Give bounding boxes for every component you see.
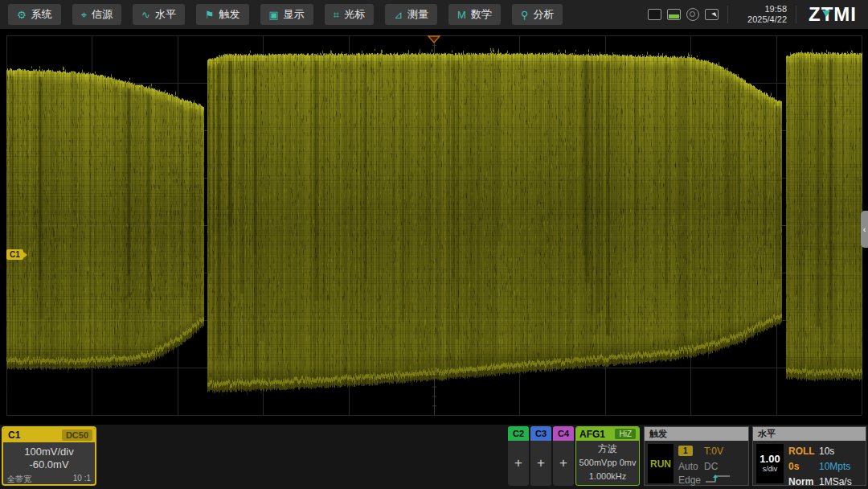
channel-c1-scale: 100mV/div — [3, 446, 95, 458]
horizontal-row-1: ROLL10s — [788, 443, 863, 458]
menu-button-1[interactable]: ⚙系统 — [8, 4, 61, 25]
mouse-status-icon — [686, 8, 699, 21]
menu-button-9[interactable]: ⚲分析 — [512, 4, 563, 25]
channel-c1-header: C1 DC50 — [3, 428, 95, 442]
trigger-panel-title: 触发 — [645, 427, 748, 441]
channel-c1-label: C1 — [3, 429, 62, 441]
afg1-label: AFG1 — [579, 429, 612, 440]
date-label: 2025/4/22 — [737, 14, 787, 25]
channel-c1-footer: 全带宽 10 :1 — [3, 474, 95, 485]
channel-c3-box[interactable]: C3+ — [530, 426, 551, 486]
horizontal-left-value: 0s — [788, 461, 819, 472]
channel-c1-offset: -60.0mV — [3, 458, 95, 471]
brand-logo: ZTMI — [805, 0, 860, 29]
menu-button-label: 系统 — [31, 7, 52, 22]
menu-button-label: 分析 — [533, 7, 554, 22]
menu-button-6[interactable]: ⌗光标 — [325, 4, 374, 25]
source-icon: ⌖ — [81, 10, 87, 20]
display-icon: ▣ — [269, 10, 279, 20]
menu-button-2[interactable]: ⌖信源 — [72, 4, 121, 25]
channel-c2-box[interactable]: C2+ — [508, 426, 529, 486]
divider — [796, 6, 796, 23]
channel-label: C3 — [530, 426, 551, 441]
trigger-row-1: 1 T:0V — [678, 443, 746, 458]
menu-bar: ⚙系统⌖信源∿水平⚑触发▣显示⌗光标⊿测量M数学⚲分析 19:58 2025/4… — [0, 0, 868, 29]
horizontal-right-value: 10Mpts — [819, 461, 850, 472]
menu-button-4[interactable]: ⚑触发 — [196, 4, 249, 25]
side-panel-handle[interactable]: ‹ — [861, 211, 868, 248]
afg1-frequency: 1.000kHz — [576, 470, 639, 483]
brand-logo-triangle-icon — [822, 10, 830, 17]
timebase-box[interactable]: 1.00 s/div — [756, 444, 784, 483]
bottom-bar: C1 DC50 100mV/div -60.0mV 全带宽 10 :1 C2+C… — [0, 425, 868, 489]
afg1-waveform-type: 方波 — [576, 442, 639, 456]
afg1-box[interactable]: AFG1 HiZ 方波 500mVpp 0mv 1.000kHz — [575, 426, 640, 486]
horizontal-panel-title: 水平 — [753, 427, 866, 441]
clock: 19:58 2025/4/22 — [737, 4, 787, 25]
math-icon: M — [457, 10, 466, 20]
horizontal-right-value: 1MSa/s — [819, 476, 852, 487]
horizontal-wave-icon: ∿ — [141, 10, 150, 20]
channel-label: C4 — [553, 426, 574, 441]
horizontal-row-3: Norm1MSa/s — [788, 474, 863, 489]
trigger-source-badge: 1 — [678, 446, 693, 456]
menu-button-label: 测量 — [407, 7, 428, 22]
trigger-panel[interactable]: 触发 RUN 1 T:0V Auto DC Edge — [644, 426, 749, 486]
horizontal-left-value: ROLL — [788, 446, 819, 457]
menu-button-7[interactable]: ⊿测量 — [385, 4, 437, 25]
timebase-value: 1.00 — [760, 454, 780, 465]
trigger-flag-icon: ⚑ — [205, 10, 215, 20]
add-channel-button[interactable]: + — [530, 441, 551, 486]
add-channel-button[interactable]: + — [553, 441, 574, 486]
add-channel-button[interactable]: + — [508, 441, 529, 486]
analysis-search-icon: ⚲ — [521, 10, 529, 20]
channel-c1-marker[interactable]: C1 — [6, 249, 23, 260]
small-channel-boxes: C2+C3+C4+ — [508, 426, 574, 486]
trigger-coupling: DC — [704, 461, 718, 472]
trigger-sweep-mode: Auto — [678, 461, 698, 472]
menu-button-label: 信源 — [92, 7, 113, 22]
channel-c4-box[interactable]: C4+ — [553, 426, 574, 486]
cursor-grid-icon: ⌗ — [334, 10, 339, 20]
storage-status-icon — [667, 9, 681, 20]
touch-status-icon — [705, 9, 719, 20]
oscilloscope-screen: ⚙系统⌖信源∿水平⚑触发▣显示⌗光标⊿测量M数学⚲分析 19:58 2025/4… — [0, 0, 868, 489]
waveform-canvas[interactable] — [0, 29, 868, 425]
menu-button-label: 数学 — [471, 7, 492, 22]
run-state-box[interactable]: RUN — [648, 444, 674, 483]
channel-label: C2 — [508, 426, 529, 441]
horizontal-left-value: Norm — [788, 476, 819, 487]
channel-c1-coupling-badge: DC50 — [62, 429, 92, 441]
channel-c1-box[interactable]: C1 DC50 100mV/div -60.0mV 全带宽 10 :1 — [2, 426, 96, 486]
menu-button-label: 触发 — [219, 7, 240, 22]
time-label: 19:58 — [737, 4, 787, 14]
menu-button-label: 水平 — [155, 7, 176, 22]
afg1-impedance-badge: HiZ — [615, 429, 636, 439]
afg1-amplitude-offset: 500mVpp 0mv — [576, 456, 639, 470]
divider — [727, 6, 728, 23]
edge-trigger-icon — [704, 473, 731, 487]
gear-icon: ⚙ — [17, 10, 27, 20]
channel-c1-bandwidth: 全带宽 — [7, 474, 31, 485]
menu-button-label: 光标 — [344, 7, 365, 22]
menu-button-8[interactable]: M数学 — [448, 4, 501, 25]
horizontal-row-2: 0s10Mpts — [788, 458, 863, 474]
timebase-unit: s/div — [763, 465, 778, 474]
measure-icon: ⊿ — [394, 10, 403, 20]
channel-c1-probe-ratio: 10 :1 — [73, 474, 91, 485]
chevron-left-icon: ‹ — [863, 224, 866, 234]
menu-button-3[interactable]: ∿水平 — [133, 4, 185, 25]
afg1-header: AFG1 HiZ — [576, 427, 639, 441]
trigger-row-3: Edge — [678, 472, 746, 487]
status-area: 19:58 2025/4/22 ZTMI — [648, 0, 868, 29]
menu-button-5[interactable]: ▣显示 — [260, 4, 313, 25]
waveform-display: C1 ‹ — [0, 29, 868, 425]
trigger-level: T:0V — [704, 446, 723, 457]
brand-logo-text: ZTMI — [809, 3, 857, 25]
horizontal-panel[interactable]: 水平 1.00 s/div ROLL10s0s10MptsNorm1MSa/s — [752, 426, 866, 486]
screen-status-icon — [648, 9, 661, 20]
horizontal-right-value: 10s — [819, 446, 834, 457]
trigger-type: Edge — [678, 475, 701, 486]
menu-button-label: 显示 — [284, 7, 305, 22]
menu-buttons: ⚙系统⌖信源∿水平⚑触发▣显示⌗光标⊿测量M数学⚲分析 — [0, 4, 563, 25]
